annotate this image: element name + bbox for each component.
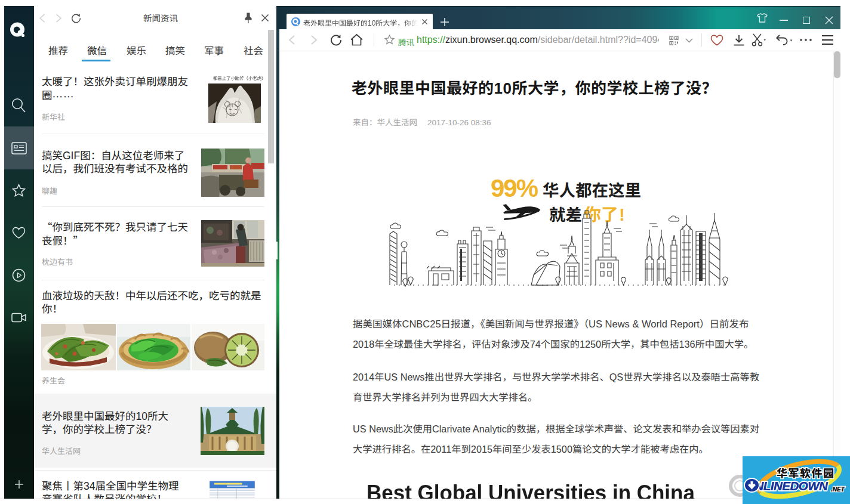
- svg-text:.NET: .NET: [831, 486, 845, 493]
- svg-text:!: !: [619, 205, 625, 224]
- svg-text:99%: 99%: [491, 174, 538, 202]
- svg-text:华军软件园: 华军软件园: [777, 465, 835, 480]
- svg-text:就差: 就差: [549, 202, 582, 225]
- svg-text:华人都在这里: 华人都在这里: [543, 177, 641, 201]
